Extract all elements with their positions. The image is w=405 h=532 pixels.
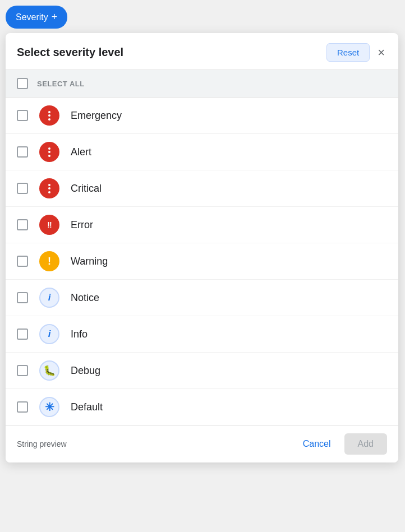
list-item[interactable]: 🐛 Debug <box>6 353 398 389</box>
list-item[interactable]: ✳ Default <box>6 389 398 425</box>
info-label: Info <box>71 329 88 340</box>
select-all-label: SELECT ALL <box>37 80 85 88</box>
info-icon: i <box>39 324 59 344</box>
plus-icon: + <box>52 11 58 23</box>
severity-button-label: Severity <box>16 12 48 22</box>
panel-footer: String preview Cancel Add <box>6 425 398 462</box>
warning-label: Warning <box>71 256 108 267</box>
critical-label: Critical <box>71 183 102 195</box>
list-item[interactable]: Emergency <box>6 98 398 134</box>
notice-checkbox[interactable] <box>17 292 28 303</box>
add-button: Add <box>344 433 387 455</box>
select-all-row[interactable]: SELECT ALL <box>6 70 398 98</box>
alert-checkbox[interactable] <box>17 146 28 158</box>
string-preview-label: String preview <box>17 440 67 448</box>
critical-icon <box>39 178 59 198</box>
list-item[interactable]: i Notice <box>6 280 398 316</box>
info-checkbox[interactable] <box>17 329 28 340</box>
default-label: Default <box>71 401 103 413</box>
emergency-checkbox[interactable] <box>17 110 28 121</box>
emergency-icon <box>39 105 59 126</box>
emergency-label: Emergency <box>71 110 122 122</box>
list-item[interactable]: ! Warning <box>6 243 398 280</box>
reset-button[interactable]: Reset <box>326 43 370 62</box>
list-item[interactable]: Alert <box>6 134 398 170</box>
warning-checkbox[interactable] <box>17 256 28 267</box>
severity-button[interactable]: Severity + <box>6 6 67 29</box>
debug-icon: 🐛 <box>39 360 59 381</box>
alert-icon <box>39 142 59 162</box>
panel-header: Select severity level Reset × <box>6 33 398 70</box>
default-icon: ✳ <box>39 397 59 417</box>
list-item[interactable]: i Info <box>6 316 398 353</box>
error-label: Error <box>71 219 93 231</box>
list-item[interactable]: !! Error <box>6 207 398 243</box>
list-item[interactable]: Critical <box>6 170 398 207</box>
debug-checkbox[interactable] <box>17 365 28 376</box>
footer-buttons: Cancel Add <box>296 433 387 455</box>
severity-list: Emergency Alert Critical !! Error <box>6 98 398 425</box>
notice-label: Notice <box>71 292 99 304</box>
warning-icon: ! <box>39 251 59 271</box>
select-all-checkbox[interactable] <box>17 78 28 89</box>
alert-label: Alert <box>71 146 91 158</box>
default-checkbox[interactable] <box>17 401 28 413</box>
debug-label: Debug <box>71 365 100 377</box>
error-icon: !! <box>39 215 59 235</box>
severity-dropdown-panel: Select severity level Reset × SELECT ALL… <box>6 33 398 462</box>
notice-icon: i <box>39 288 59 308</box>
error-checkbox[interactable] <box>17 219 28 230</box>
panel-title: Select severity level <box>17 46 123 59</box>
header-actions: Reset × <box>326 43 387 62</box>
critical-checkbox[interactable] <box>17 183 28 194</box>
cancel-button[interactable]: Cancel <box>296 433 338 455</box>
close-button[interactable]: × <box>375 45 387 60</box>
